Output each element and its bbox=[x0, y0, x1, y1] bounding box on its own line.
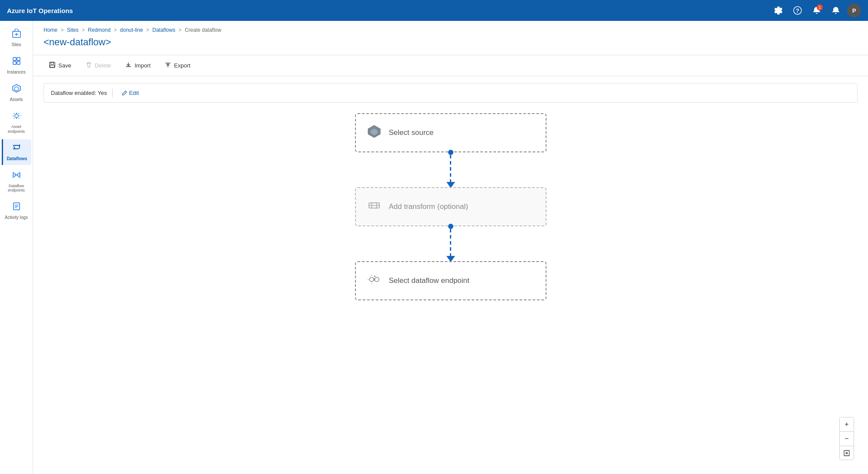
delete-label: Delete bbox=[95, 62, 111, 69]
zoom-out-button[interactable]: − bbox=[840, 432, 854, 446]
edit-button[interactable]: Edit bbox=[118, 88, 142, 98]
svg-rect-5 bbox=[13, 57, 16, 61]
connector-1 bbox=[446, 152, 455, 187]
svg-text:?: ? bbox=[796, 7, 799, 14]
dataflow-status-bar: Dataflow enabled: Yes Edit bbox=[44, 83, 858, 103]
help-button[interactable]: ? bbox=[790, 3, 805, 18]
breadcrumb-sep: > bbox=[146, 27, 149, 33]
svg-point-27 bbox=[369, 277, 374, 282]
connector-dot-2 bbox=[448, 224, 453, 229]
breadcrumb-sep: > bbox=[82, 27, 85, 33]
svg-rect-6 bbox=[17, 57, 20, 61]
zoom-fit-button[interactable] bbox=[840, 446, 854, 460]
source-node-label: Select source bbox=[389, 128, 434, 137]
sidebar-item-label: Dataflow endpoints bbox=[3, 184, 30, 193]
breadcrumb-sep: > bbox=[114, 27, 117, 33]
export-label: Export bbox=[174, 62, 191, 69]
transform-node-label: Add transform (optional) bbox=[389, 202, 468, 211]
sidebar-item-label: Instances bbox=[7, 70, 26, 75]
breadcrumb-sep: > bbox=[178, 27, 181, 33]
delete-icon bbox=[85, 61, 92, 70]
content-area: Home > Sites > Redmond > donut-line > Da… bbox=[33, 21, 868, 474]
sidebar-item-label: Sites bbox=[11, 42, 21, 47]
flow-canvas: Select source bbox=[33, 103, 868, 474]
help-icon: ? bbox=[793, 6, 802, 15]
notification-badge: 1 bbox=[817, 4, 823, 10]
svg-rect-7 bbox=[13, 61, 16, 64]
export-button[interactable]: Export bbox=[159, 59, 196, 72]
connector-line-1 bbox=[450, 155, 451, 182]
dataflow-endpoints-icon bbox=[12, 170, 21, 182]
source-node-icon bbox=[366, 124, 382, 142]
zoom-controls: + − bbox=[839, 417, 854, 460]
svg-rect-8 bbox=[17, 61, 20, 64]
svg-point-32 bbox=[846, 453, 847, 454]
svg-marker-29 bbox=[374, 275, 376, 277]
main-layout: Sites Instances Assets bbox=[0, 21, 868, 474]
breadcrumb-sites[interactable]: Sites bbox=[67, 27, 79, 33]
dataflow-status-text: Dataflow enabled: Yes bbox=[51, 90, 107, 96]
breadcrumb-redmond[interactable]: Redmond bbox=[88, 27, 111, 33]
sites-icon bbox=[12, 29, 21, 40]
svg-rect-19 bbox=[51, 62, 54, 64]
export-icon bbox=[164, 61, 171, 70]
svg-marker-10 bbox=[14, 87, 19, 91]
dataflows-icon bbox=[12, 143, 22, 155]
breadcrumb-home[interactable]: Home bbox=[44, 27, 57, 33]
alerts-button[interactable] bbox=[828, 3, 844, 18]
connector-line-2 bbox=[450, 229, 451, 256]
user-avatar[interactable]: P bbox=[847, 3, 861, 17]
asset-endpoints-icon bbox=[12, 111, 21, 123]
svg-point-12 bbox=[13, 174, 16, 176]
assets-icon bbox=[12, 84, 21, 95]
transform-node-icon bbox=[366, 198, 382, 216]
zoom-in-button[interactable]: + bbox=[840, 417, 854, 431]
endpoint-node-icon bbox=[366, 272, 382, 290]
breadcrumb-current: Create dataflow bbox=[185, 27, 221, 33]
flow-container: Select source bbox=[355, 113, 546, 300]
settings-icon bbox=[774, 6, 783, 15]
topnav-icons: ? 1 P bbox=[771, 3, 861, 18]
endpoint-node[interactable]: Select dataflow endpoint bbox=[355, 261, 546, 300]
sidebar-item-assets[interactable]: Assets bbox=[2, 80, 31, 106]
sidebar-item-sites[interactable]: Sites bbox=[2, 25, 31, 51]
connector-2 bbox=[446, 226, 455, 261]
alert-bell-icon bbox=[831, 6, 840, 15]
sidebar-item-label: Asset endpoints bbox=[3, 124, 30, 134]
save-icon bbox=[49, 61, 56, 70]
notifications-button[interactable]: 1 bbox=[809, 3, 824, 18]
source-node[interactable]: Select source bbox=[355, 113, 546, 152]
import-icon bbox=[125, 61, 132, 70]
save-label: Save bbox=[58, 62, 71, 69]
sidebar-item-label: Assets bbox=[10, 97, 23, 102]
delete-button[interactable]: Delete bbox=[80, 59, 117, 72]
breadcrumb-dataflows[interactable]: Dataflows bbox=[152, 27, 175, 33]
sidebar-item-asset-endpoints[interactable]: Asset endpoints bbox=[2, 108, 31, 138]
toolbar: Save Delete Import bbox=[33, 55, 868, 76]
breadcrumb-donut-line[interactable]: donut-line bbox=[120, 27, 143, 33]
transform-node[interactable]: Add transform (optional) bbox=[355, 187, 546, 226]
sidebar-item-label: Activity logs bbox=[5, 215, 28, 220]
svg-rect-18 bbox=[50, 62, 55, 67]
svg-point-11 bbox=[15, 114, 18, 118]
sidebar-item-activity-logs[interactable]: Activity logs bbox=[2, 198, 31, 224]
edit-icon bbox=[121, 90, 127, 96]
save-button[interactable]: Save bbox=[44, 59, 77, 72]
svg-rect-20 bbox=[50, 65, 54, 67]
app-title: Azure IoT Operations bbox=[7, 7, 771, 14]
settings-button[interactable] bbox=[771, 3, 786, 18]
sidebar-item-dataflow-endpoints[interactable]: Dataflow endpoints bbox=[2, 167, 31, 197]
sidebar-item-dataflows[interactable]: Dataflows bbox=[2, 139, 31, 165]
svg-point-13 bbox=[17, 174, 20, 176]
import-button[interactable]: Import bbox=[120, 59, 156, 72]
edit-label: Edit bbox=[129, 90, 139, 96]
connector-dot-1 bbox=[448, 150, 453, 155]
breadcrumb: Home > Sites > Redmond > donut-line > Da… bbox=[33, 21, 868, 33]
sidebar-item-instances[interactable]: Instances bbox=[2, 53, 31, 78]
activity-logs-icon bbox=[12, 202, 21, 213]
instances-icon bbox=[12, 56, 21, 68]
status-divider bbox=[112, 89, 113, 97]
import-label: Import bbox=[134, 62, 151, 69]
endpoint-node-label: Select dataflow endpoint bbox=[389, 276, 469, 285]
page-title: <new-dataflow> bbox=[33, 33, 868, 55]
